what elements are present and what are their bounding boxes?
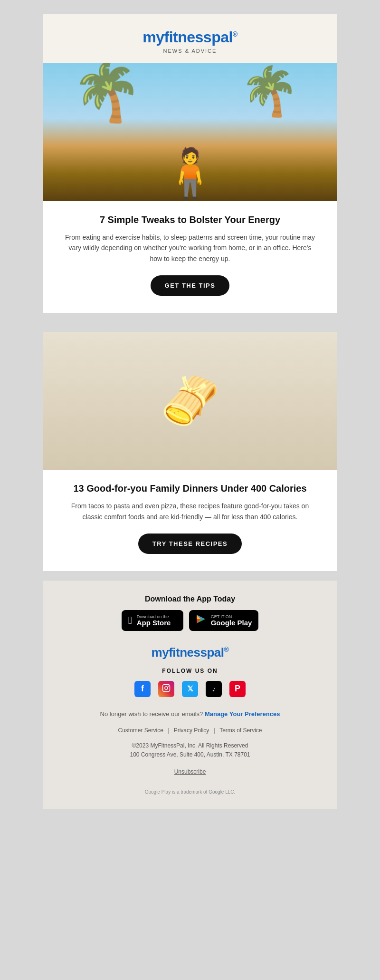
instagram-icon[interactable] (158, 681, 174, 697)
email-header: myfitnesspal® NEWS & ADVICE (43, 14, 337, 63)
google-play-text: GET IT ON Google Play (211, 614, 252, 627)
download-title: Download the App Today (52, 595, 328, 603)
app-store-badge[interactable]:  Download on the App Store (122, 610, 183, 631)
facebook-icon[interactable]: f (134, 681, 151, 697)
article2-hero-image: 🫔 (43, 332, 337, 470)
logo: myfitnesspal® (52, 29, 328, 46)
email-footer: Download the App Today  Download on the… (43, 581, 337, 809)
article2-cta-button[interactable]: TRY THESE RECIPES (138, 534, 242, 554)
follow-us-label: FOLLOW US ON (52, 668, 328, 674)
food-icon: 🫔 (161, 373, 220, 429)
unsubscribe-link[interactable]: Unsubscribe (174, 768, 206, 775)
header-tagline: NEWS & ADVICE (52, 48, 328, 54)
article1-cta-button[interactable]: GET THE TIPS (151, 275, 230, 296)
hero-person-icon: 🧍 (161, 145, 220, 201)
app-badges-container:  Download on the App Store (52, 610, 328, 631)
social-icons-container: f 𝕏 ♪ (52, 681, 328, 697)
terms-of-service-link[interactable]: Terms of Service (219, 727, 262, 734)
google-play-badge[interactable]: GET IT ON Google Play (189, 610, 259, 631)
google-play-icon (196, 614, 206, 627)
tiktok-icon[interactable]: ♪ (206, 681, 222, 697)
article2-description: From tacos to pasta and even pizza, thes… (62, 501, 318, 522)
email-pref-text: No longer wish to receive our emails? Ma… (52, 710, 328, 718)
pinterest-icon[interactable]: P (229, 681, 246, 697)
article2-body: 13 Good-for-you Family Dinners Under 400… (43, 470, 337, 571)
app-store-text: Download on the App Store (137, 614, 171, 627)
article2-title: 13 Good-for-you Family Dinners Under 400… (62, 483, 318, 494)
apple-icon:  (128, 614, 132, 627)
twitter-icon[interactable]: 𝕏 (182, 681, 198, 697)
article1-title: 7 Simple Tweaks to Bolster Your Energy (62, 214, 318, 225)
footer-links: Customer Service | Privacy Policy | Term… (52, 727, 328, 734)
customer-service-link[interactable]: Customer Service (118, 727, 163, 734)
card-spacer (43, 322, 337, 332)
article-card-2: 🫔 13 Good-for-you Family Dinners Under 4… (43, 332, 337, 571)
app-store-line2: App Store (137, 619, 171, 627)
article-card-1: 🧍 7 Simple Tweaks to Bolster Your Energy… (43, 63, 337, 313)
article1-description: From eating and exercise habits, to slee… (62, 232, 318, 264)
google-trademark: Google Play is a trademark of Google LLC… (52, 789, 328, 795)
svg-point-5 (165, 687, 168, 689)
svg-point-6 (168, 686, 169, 687)
privacy-policy-link[interactable]: Privacy Policy (174, 727, 209, 734)
svg-rect-4 (163, 684, 170, 691)
footer-logo: myfitnesspal® (52, 645, 328, 660)
google-play-line2: Google Play (211, 619, 252, 627)
manage-preferences-link[interactable]: Manage Your Preferences (205, 710, 280, 718)
article1-body: 7 Simple Tweaks to Bolster Your Energy F… (43, 201, 337, 313)
copyright: ©2023 MyFitnessPal, Inc. All Rights Rese… (52, 741, 328, 759)
article1-hero-image: 🧍 (43, 63, 337, 201)
